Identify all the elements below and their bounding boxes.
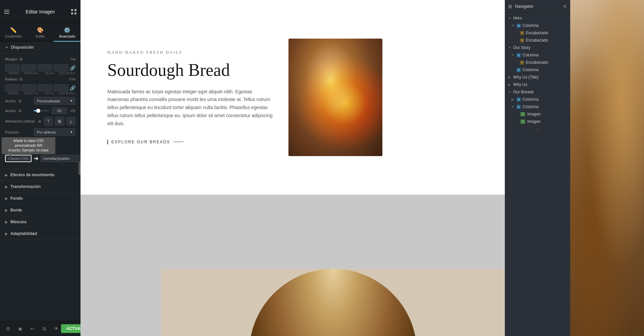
posicion-select[interactable]: Por defecto ▾ — [34, 128, 75, 136]
column-icon-4: ⊞ — [517, 97, 521, 102]
nav-item-ourbreads-col2[interactable]: ▼ ⊞ Columna — [505, 103, 570, 110]
ourbreads-col2-chevron: ▼ — [512, 105, 515, 108]
column-icon-2: ⊞ — [517, 53, 521, 57]
css-classes-label[interactable]: Clases CSS — [5, 155, 32, 162]
slider-value-input[interactable] — [52, 107, 67, 114]
tab-avanzado[interactable]: ⚙️ Avanzado — [54, 23, 80, 42]
vw-label: VW — [70, 109, 75, 113]
nav-label-ourbreads: Our Breads — [513, 90, 534, 94]
nav-item-ourstory-col1[interactable]: ▼ ⊞ Columna — [505, 51, 570, 59]
svg-rect-3 — [71, 9, 73, 11]
hero-cta[interactable]: EXPLORE OUR BREADS — [107, 140, 183, 144]
bread-placeholder — [288, 39, 382, 156]
relleno-inputs: 🔗 — [5, 84, 75, 92]
hero-chevron-icon: ▼ — [508, 16, 512, 20]
nav-item-encabezado2[interactable]: H Encabezado — [505, 37, 570, 44]
nav-item-hero-col1[interactable]: ▼ ⊞ Columna — [505, 22, 570, 29]
mascara-section-header[interactable]: ▶ Máscara — [0, 216, 80, 228]
svg-rect-1 — [4, 11, 9, 12]
relleno-row: Relleno 🖥 PX▾ — [5, 77, 75, 82]
ourbreads-col1-chevron: ▶ — [512, 98, 515, 101]
nav-label-ourstory: Our Story — [513, 45, 530, 50]
relleno-right-input[interactable] — [21, 84, 36, 92]
slider-thumb[interactable] — [36, 109, 40, 113]
nav-item-ourbreads[interactable]: ▼ Our Breads — [505, 88, 570, 96]
transformacion-section-header[interactable]: ▶ Transformación — [0, 181, 80, 193]
relleno-chain-icon[interactable]: 🔗 — [70, 84, 75, 92]
eye-tool-icon[interactable]: 👁 — [52, 324, 61, 333]
alineacion-label: Alineación vertical 🖥 — [5, 119, 42, 123]
relleno-top-input[interactable] — [5, 84, 20, 92]
tab-estilo[interactable]: 🎨 Estilo — [27, 23, 54, 41]
z-monitor: 🖥 — [20, 140, 23, 144]
relleno-left-input[interactable] — [54, 84, 68, 92]
arrow-indicator: ➔ — [34, 155, 39, 162]
borde-section-header[interactable]: ▶ Borde — [0, 204, 80, 216]
disposicion-section-header[interactable]: ▼ Disposición — [0, 42, 80, 53]
navigator-header: ⊞ Navigator ✕ — [505, 0, 570, 13]
nav-item-encabezado1[interactable]: H Encabezado — [505, 29, 570, 37]
posicion-label: Posición — [5, 130, 32, 134]
tab-contenido[interactable]: ✏️ Contenido — [0, 23, 27, 41]
margen-top-input[interactable] — [5, 64, 20, 71]
efectos-section-header[interactable]: ▶ Efectos de movimiento — [0, 169, 80, 181]
align-bottom-btn[interactable]: ⊥ — [66, 117, 75, 126]
margen-inputs: 🔗 — [5, 64, 75, 71]
navigator-close-button[interactable]: ✕ — [563, 4, 567, 9]
z-index-row: Z-Index 🖥 — [5, 139, 75, 146]
nav-item-imagen1[interactable]: 🖼 Imagen — [505, 110, 570, 118]
margen-row: Margen 🖥 %▾ — [5, 57, 75, 61]
hero-text: HAND-BAKED FRESH DAILY Sourdough Bread M… — [107, 50, 275, 144]
ancho-select-1[interactable]: Personalizado ▾ — [34, 97, 75, 105]
align-middle-btn[interactable]: ⊞ — [55, 117, 64, 126]
ancho-label-1: Ancho 🖥 — [5, 99, 32, 103]
heading-icon-1: H — [520, 31, 524, 35]
css-classes-row: Añade tu clase CSS personalizada SIN el … — [5, 154, 75, 163]
nav-item-imagen2[interactable]: 🖼 Imagen — [505, 118, 570, 125]
update-button[interactable]: ACTUALIZAR — [61, 324, 80, 333]
margen-bottom-input[interactable] — [38, 64, 52, 71]
copy-tool-icon[interactable]: ⧉ — [40, 324, 49, 333]
bg-bread-overlay — [570, 0, 644, 336]
nav-item-encabezado3[interactable]: H Encabezado — [505, 59, 570, 66]
hero-col1-chevron: ▼ — [512, 24, 515, 27]
nav-item-whyus-title[interactable]: ▶ Why Us (Title) — [505, 74, 570, 81]
nav-item-ourbreads-col1[interactable]: ▶ ⊞ Columna — [505, 96, 570, 103]
z-index-input[interactable] — [34, 139, 54, 146]
nav-item-ourstory[interactable]: ▼ Our Story — [505, 44, 570, 51]
ourbreads-chevron-icon: ▼ — [508, 90, 512, 94]
monitor-icon: 🖥 — [19, 57, 23, 61]
settings-tool-icon[interactable]: ⚙ — [3, 324, 13, 333]
hamburger-icon[interactable] — [0, 0, 13, 23]
css-classes-input[interactable] — [41, 155, 80, 162]
align-top-btn[interactable]: ⊤ — [44, 117, 53, 126]
relleno-sublabels: ARRIBA DERECHA ABAJO IZQUIERDA — [5, 92, 75, 95]
hero-subtitle: HAND-BAKED FRESH DAILY — [107, 50, 275, 55]
ancho-slider[interactable] — [34, 110, 49, 111]
image-icon-1: 🖼 — [520, 112, 526, 116]
grid-icon[interactable] — [67, 0, 80, 23]
chain-icon[interactable]: 🔗 — [70, 64, 75, 71]
relleno-bottom-input[interactable] — [38, 84, 52, 92]
margen-left-input[interactable] — [54, 64, 68, 71]
sublabel-abajo: ABAJO — [41, 71, 58, 75]
z-index-label: Z-Index 🖥 — [5, 140, 32, 144]
bottom-bread-area — [161, 269, 505, 336]
undo-tool-icon[interactable]: ↩ — [28, 324, 37, 333]
sublabel-arriba: ARRIBA — [5, 71, 22, 75]
borde-chevron: ▶ — [5, 208, 8, 212]
responsive-tool-icon[interactable]: ◉ — [15, 324, 25, 333]
nav-dots: ··· — [505, 125, 570, 134]
adaptabilidad-section-header[interactable]: ▶ Adaptabilidad — [0, 228, 80, 240]
relleno-monitor-icon: 🖥 — [19, 77, 23, 82]
nav-item-hero[interactable]: ▼ Hero — [505, 14, 570, 22]
fondo-section-header[interactable]: ▶ Fondo — [0, 193, 80, 204]
nav-item-ourstory-col2[interactable]: ⊞ Columna — [505, 66, 570, 74]
hero-bread-image — [288, 39, 382, 156]
bg-bread-image-area — [570, 0, 644, 336]
page-canvas: HAND-BAKED FRESH DAILY Sourdough Bread M… — [80, 0, 505, 336]
heading-icon-3: H — [520, 60, 524, 65]
nav-item-whyus[interactable]: ▶ Why Us — [505, 81, 570, 88]
hero-body: Malesuada fames ac turpis egestas intege… — [107, 88, 275, 128]
margen-right-input[interactable] — [21, 64, 36, 71]
